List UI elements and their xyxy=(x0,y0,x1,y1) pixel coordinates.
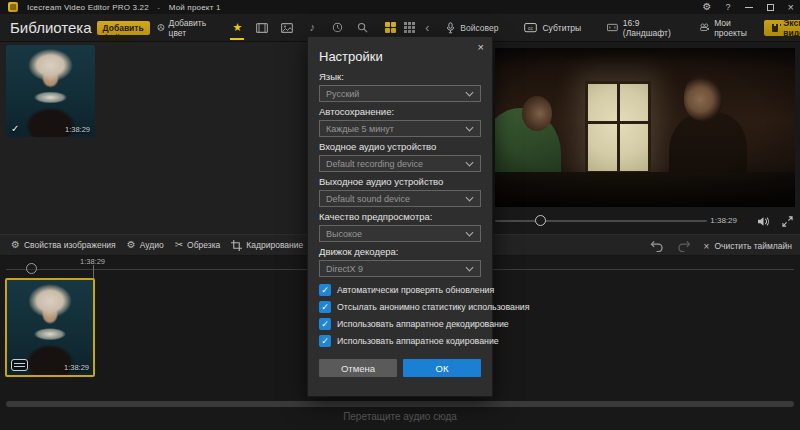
chevron-down-icon xyxy=(465,126,474,132)
clear-timeline-button[interactable]: × Очистить таймлайн xyxy=(704,241,792,252)
settings-checkbox[interactable]: ✓ Автоматически проверять обновления xyxy=(319,284,481,296)
checkbox-checked[interactable]: ✓ xyxy=(319,318,331,330)
title-separator: - xyxy=(157,3,160,12)
clip-duration: 1:38:29 xyxy=(64,363,89,372)
audio-button[interactable]: ⚙ Аудио xyxy=(127,240,164,250)
dialog-close-icon[interactable]: × xyxy=(478,41,484,53)
media-type-tabs: ★ ♪ xyxy=(230,18,369,38)
checkbox-checked[interactable]: ✓ xyxy=(319,335,331,347)
playback-controls: 1:38:29 xyxy=(495,214,795,228)
ok-button[interactable]: ОК xyxy=(403,359,481,377)
undo-icon[interactable] xyxy=(650,240,664,252)
audio-drop-hint: Перетащите аудио сюда xyxy=(0,411,800,422)
dropdown-select[interactable]: Default recording device xyxy=(319,155,481,172)
dropdown-select[interactable]: Default sound device xyxy=(319,190,481,207)
settings-checkbox[interactable]: ✓ Отсылать анонимно статистику использов… xyxy=(319,301,481,313)
settings-dialog: × Настройки Язык: Русский Автосохранение… xyxy=(307,36,493,397)
add-color-button[interactable]: Добавить цвет xyxy=(150,21,217,35)
collapse-panel-icon[interactable]: ‹ xyxy=(425,21,429,35)
cancel-button[interactable]: Отмена xyxy=(319,359,397,377)
gear-icon: ⚙ xyxy=(127,240,136,250)
tab-videos[interactable] xyxy=(255,18,269,38)
settings-field: Движок декодера: DirectX 9 xyxy=(319,246,481,277)
trim-label: Обрезка xyxy=(187,240,220,250)
clear-x-icon: × xyxy=(704,241,710,252)
video-clip-badge-icon xyxy=(11,359,28,371)
tab-favorites[interactable]: ★ xyxy=(230,18,244,38)
color-wheel-icon xyxy=(157,22,165,33)
chevron-down-icon xyxy=(465,196,474,202)
dropdown-value: Каждые 5 минут xyxy=(326,124,465,134)
volume-icon[interactable] xyxy=(757,216,770,227)
close-window-button[interactable]: × xyxy=(788,2,794,13)
subtitles-label: Субтитры xyxy=(542,23,581,33)
preview-panel: 1:38:29 xyxy=(488,42,800,234)
settings-field: Выходное аудио устройство Default sound … xyxy=(319,176,481,207)
subtitles-button[interactable]: cc Субтитры xyxy=(515,23,590,33)
tab-recent[interactable] xyxy=(330,18,344,38)
maximize-button[interactable] xyxy=(767,4,774,11)
tab-search[interactable] xyxy=(355,18,369,38)
minimize-button[interactable] xyxy=(745,7,753,8)
microphone-icon xyxy=(446,22,455,34)
my-projects-button[interactable]: Мои проекты xyxy=(691,18,760,38)
check-icon: ✓ xyxy=(321,320,329,329)
projector-icon xyxy=(700,22,709,33)
film-icon xyxy=(256,23,268,33)
check-icon: ✓ xyxy=(321,303,329,312)
library-media-item[interactable]: ✓ 1:38:29 xyxy=(6,45,95,137)
crop-icon xyxy=(231,240,242,251)
dropdown-select[interactable]: Русский xyxy=(319,85,481,102)
image-properties-label: Свойства изображения xyxy=(24,240,116,250)
checkbox-label: Использовать аппаратное декодирование xyxy=(337,319,509,329)
clapperboard-icon xyxy=(772,24,779,32)
music-note-icon: ♪ xyxy=(310,22,316,33)
checkbox-label: Автоматически проверять обновления xyxy=(337,285,494,295)
dropdown-value: Default recording device xyxy=(326,159,465,169)
redo-icon[interactable] xyxy=(677,240,691,252)
video-preview[interactable] xyxy=(495,48,795,207)
dropdown-value: Высокое xyxy=(326,229,465,239)
export-video-label: Экспортировать видео xyxy=(783,18,800,38)
seek-bar[interactable] xyxy=(495,220,707,222)
crop-button[interactable]: Кадрирование xyxy=(231,240,303,251)
settings-checkbox[interactable]: ✓ Использовать аппаратное декодирование xyxy=(319,318,481,330)
add-files-button[interactable]: + Добавить файлы xyxy=(97,21,150,35)
export-video-button[interactable]: Экспортировать видео xyxy=(764,20,800,36)
selected-check-icon: ✓ xyxy=(11,123,19,134)
dropdown-select[interactable]: DirectX 9 xyxy=(319,260,481,277)
voiceover-button[interactable]: Войсовер xyxy=(437,22,507,34)
tab-audio[interactable]: ♪ xyxy=(305,18,319,38)
grid-view-small-icon[interactable] xyxy=(385,22,396,33)
clear-timeline-label: Очистить таймлайн xyxy=(714,241,792,251)
trim-button[interactable]: ✂ Обрезка xyxy=(175,240,221,250)
seek-handle[interactable] xyxy=(535,215,546,226)
chevron-down-icon xyxy=(465,161,474,167)
star-icon: ★ xyxy=(232,22,242,33)
chevron-down-icon xyxy=(465,91,474,97)
image-properties-button[interactable]: ⚙ Свойства изображения xyxy=(11,240,116,250)
help-icon[interactable]: ? xyxy=(726,3,731,12)
settings-gear-icon[interactable]: ⚙ xyxy=(703,2,712,12)
aspect-ratio-button[interactable]: 16:9 (Ландшафт) xyxy=(598,18,683,38)
timeline-clip-selected[interactable]: 1:38:29 xyxy=(5,278,95,377)
scissors-icon: ✂ xyxy=(175,240,183,250)
field-label: Язык: xyxy=(319,71,481,82)
aspect-ratio-label: 16:9 (Ландшафт) xyxy=(623,18,674,38)
field-label: Движок декодера: xyxy=(319,246,481,257)
app-title-text: Icecream Video Editor PRO 3.22 xyxy=(27,3,149,12)
dropdown-select[interactable]: Каждые 5 минут xyxy=(319,120,481,137)
timeline-horizontal-scrollbar[interactable] xyxy=(6,401,794,407)
settings-checkbox[interactable]: ✓ Использовать аппаратное кодирование xyxy=(319,335,481,347)
grid-view-large-icon[interactable] xyxy=(404,22,415,33)
chevron-down-icon xyxy=(465,266,474,272)
tab-images[interactable] xyxy=(280,18,294,38)
fullscreen-icon[interactable] xyxy=(782,216,793,227)
playhead-handle[interactable] xyxy=(26,263,37,274)
settings-field: Качество предпросмотра: Высокое xyxy=(319,211,481,242)
dropdown-select[interactable]: Высокое xyxy=(319,225,481,242)
dropdown-value: Русский xyxy=(326,89,465,99)
checkbox-checked[interactable]: ✓ xyxy=(319,284,331,296)
subtitles-cc-icon: cc xyxy=(524,23,537,33)
checkbox-checked[interactable]: ✓ xyxy=(319,301,331,313)
